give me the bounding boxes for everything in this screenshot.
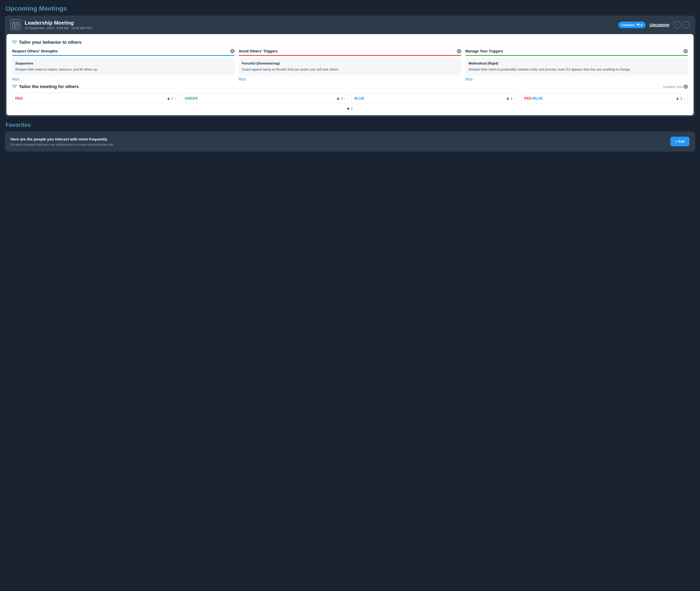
info-icon-strengths[interactable]: i [230, 49, 235, 53]
meeting-header-left: Leadership Meeting 10 September, 2022 - … [10, 19, 92, 30]
chevron-red: › [175, 96, 176, 101]
behavior-columns: Respect Others' Strengths i Supportive R… [12, 49, 688, 81]
svg-point-13 [168, 97, 169, 99]
svg-point-14 [337, 97, 339, 99]
color-card-blue[interactable]: BLUE 1 › [352, 93, 518, 104]
people-count-red: 2 [167, 97, 173, 101]
color-card-right-green: 2 › [337, 96, 345, 101]
info-icon-included[interactable]: i [684, 84, 688, 89]
column-card-strengths: Supportive Respect their intent to inspi… [12, 58, 235, 75]
column-title-strengths: Respect Others' Strengths [12, 49, 58, 53]
more-link-triggers[interactable]: More [239, 77, 461, 81]
blue-count: 1 [511, 97, 512, 101]
svg-rect-8 [15, 26, 16, 27]
calendar-icon [10, 19, 21, 30]
color-card-red[interactable]: RED 2 › [12, 93, 179, 104]
svg-rect-4 [14, 25, 15, 26]
people-count-blue: 1 [507, 97, 512, 101]
chevron-green: › [344, 96, 345, 101]
meeting-info: Leadership Meeting 10 September, 2022 - … [24, 20, 92, 30]
svg-point-10 [638, 24, 639, 25]
column-bar-triggers [239, 55, 461, 56]
nav-arrows: ‹ › [674, 21, 690, 28]
svg-marker-11 [12, 41, 16, 44]
color-card-right-red: 2 › [167, 96, 176, 101]
color-label-red: RED [15, 96, 23, 101]
add-button[interactable]: + Add [671, 137, 690, 146]
dot-1[interactable] [347, 108, 349, 110]
triangle-meeting-icon [12, 84, 17, 89]
compare-button[interactable]: Compare 6 [618, 21, 646, 28]
prev-arrow-button[interactable]: ‹ [674, 21, 681, 28]
card-text-my-triggers: Respect their intent to predictably main… [468, 67, 685, 72]
svg-point-16 [677, 97, 678, 99]
card-title-strengths: Supportive [15, 61, 232, 66]
people-count-red-blue: 1 [676, 97, 682, 101]
color-card-red-blue[interactable]: RED-BLUE 1 › [521, 93, 688, 104]
more-link-strengths[interactable]: More [12, 77, 235, 81]
upcoming-label[interactable]: Upcoming [650, 22, 670, 27]
tailor-meeting-header: Tailor the meeting for others Included: … [12, 84, 688, 89]
chevron-blue: › [514, 96, 515, 101]
green-count: 2 [341, 97, 343, 101]
card-text-triggers: Guard against being so forceful that you… [242, 67, 458, 72]
column-header-my-triggers: Manage Your Triggers i [465, 49, 688, 53]
column-title-my-triggers: Manage Your Triggers [465, 49, 503, 53]
next-arrow-button[interactable]: › [682, 21, 690, 28]
color-label-red-blue: RED-BLUE [524, 96, 543, 101]
column-my-triggers: Manage Your Triggers i Methodical (Rigid… [465, 49, 688, 81]
color-cards-grid: RED 2 › GREEN [12, 93, 688, 104]
svg-point-15 [507, 97, 508, 99]
compare-label: Compare [622, 23, 635, 26]
meeting-header: Leadership Meeting 10 September, 2022 - … [5, 15, 695, 34]
meeting-title: Leadership Meeting [24, 20, 92, 26]
favorites-text-title: Here are the people you interact with mo… [10, 137, 114, 141]
red-blue-count: 1 [680, 97, 682, 101]
people-count-green: 2 [337, 97, 343, 101]
column-header-triggers: Avoid Others' Triggers i [239, 49, 461, 53]
tailor-meeting-title: Tailor the meeting for others [19, 84, 79, 89]
column-bar-my-triggers [465, 55, 688, 56]
color-card-right-red-blue: 1 › [676, 96, 685, 101]
column-bar-strengths [12, 55, 235, 56]
meeting-header-right: Compare 6 Upcoming ‹ › [618, 21, 690, 28]
favorites-card: Here are the people you interact with mo… [5, 131, 695, 151]
svg-rect-6 [17, 25, 18, 26]
info-icon-triggers[interactable]: i [457, 49, 461, 53]
favorites-title: Favorites [5, 122, 695, 128]
column-triggers: Avoid Others' Triggers i Forceful (Domin… [239, 49, 461, 81]
color-label-green: GREEN [185, 96, 198, 101]
svg-marker-12 [12, 85, 16, 88]
chevron-red-blue: › [684, 96, 685, 101]
content-area: Tailor your behavior to others Respect O… [6, 34, 694, 115]
main-card: Leadership Meeting 10 September, 2022 - … [5, 15, 695, 117]
behavior-section-header: Tailor your behavior to others [12, 40, 688, 45]
info-icon-my-triggers[interactable]: i [684, 49, 688, 53]
color-label-blue: BLUE [355, 96, 364, 101]
tailor-meeting-left: Tailor the meeting for others [12, 84, 79, 89]
svg-rect-5 [15, 25, 16, 26]
included-label: Included: 6/10 i [663, 84, 688, 89]
card-text-strengths: Respect their intent to inspire, reassur… [15, 67, 232, 72]
column-card-triggers: Forceful (Domineering) Guard against bei… [239, 58, 461, 75]
included-text: Included: 6/10 [663, 85, 682, 88]
card-title-my-triggers: Methodical (Rigid) [468, 61, 685, 66]
column-strengths: Respect Others' Strengths i Supportive R… [12, 49, 235, 81]
triangle-icon [12, 40, 17, 45]
svg-rect-7 [14, 26, 15, 27]
dot-2[interactable] [351, 108, 353, 110]
color-card-green[interactable]: GREEN 2 › [182, 93, 349, 104]
compare-count: 6 [641, 23, 642, 26]
page-title: Upcoming Meetings [5, 5, 695, 12]
column-card-my-triggers: Methodical (Rigid) Respect their intent … [465, 58, 688, 75]
meeting-date: 10 September, 2022 - 9:00 AM - 10:00 AM … [24, 26, 92, 30]
column-header-strengths: Respect Others' Strengths i [12, 49, 235, 53]
column-title-triggers: Avoid Others' Triggers [239, 49, 278, 53]
favorites-text-sub: Do quick compares with your key collabor… [10, 143, 114, 146]
more-link-my-triggers[interactable]: More [465, 77, 688, 81]
color-card-right-blue: 1 › [507, 96, 515, 101]
card-title-triggers: Forceful (Domineering) [242, 61, 458, 66]
people-icon: 6 [636, 23, 642, 26]
red-count: 2 [171, 97, 173, 101]
pagination-dots [12, 108, 688, 110]
